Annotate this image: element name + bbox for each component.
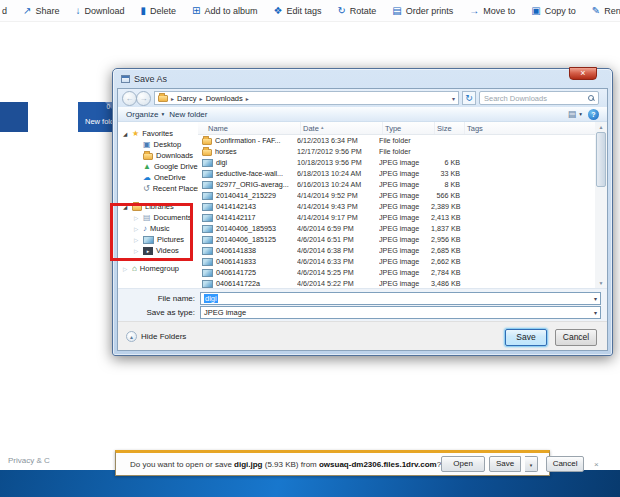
column-header-date[interactable]: Date▴ xyxy=(301,122,383,134)
sidebar-item-onedrive[interactable]: ☁OneDrive xyxy=(118,172,198,183)
toolbar-add-to-album-button[interactable]: ⊞Add to album xyxy=(192,6,257,16)
cancel-button[interactable]: Cancel xyxy=(555,329,597,346)
list-scroll-thumb[interactable] xyxy=(596,132,606,187)
views-button[interactable]: ▤ ▾ xyxy=(568,109,582,119)
file-row-0414142117[interactable]: 04141421174/14/2014 9:17 PMJPEG image2,4… xyxy=(198,212,595,223)
column-header-tags[interactable]: Tags xyxy=(465,122,607,134)
expander-icon[interactable]: ▷ xyxy=(134,248,140,254)
file-name-cell: seductive-face-wall... xyxy=(202,169,297,178)
organize-button[interactable]: Organize ▾ xyxy=(126,110,164,119)
sidebar-group-libraries[interactable]: ◢Libraries xyxy=(118,201,198,212)
scroll-up-icon[interactable]: ▲ xyxy=(595,122,607,132)
column-header-name[interactable]: Name xyxy=(206,122,301,134)
toolbar-rotate-button[interactable]: ↻Rotate xyxy=(337,6,376,16)
file-date-cell: 12/17/2012 9:56 PM xyxy=(297,147,379,156)
file-row-confirmation-faf[interactable]: Confirmation - FAF...6/12/2013 6:34 PMFi… xyxy=(198,135,595,146)
toolbar-download-label: Download xyxy=(84,6,124,16)
file-row-20140406-185125[interactable]: 20140406_1851254/6/2014 6:51 PMJPEG imag… xyxy=(198,234,595,245)
sidebar-group-favorites[interactable]: ◢★Favorites xyxy=(118,128,198,139)
file-row-0406141722a[interactable]: 0406141722a4/6/2014 5:22 PMJPEG image3,4… xyxy=(198,278,595,288)
file-row-digi[interactable]: digi10/18/2013 9:56 PMJPEG image6 KB xyxy=(198,157,595,168)
breadcrumb-separator: ▸ xyxy=(171,95,174,102)
sidebar-item-desktop[interactable]: ▣Desktop xyxy=(118,139,198,150)
back-button[interactable]: ← xyxy=(122,91,137,106)
file-row-0414142143[interactable]: 04141421434/14/2014 9:43 PMJPEG image2,3… xyxy=(198,201,595,212)
toolbar-order-prints-button[interactable]: ▤Order prints xyxy=(392,6,453,16)
nav-group-favorites: ◢★Favorites▣DesktopDownloads▲Google Driv… xyxy=(118,128,198,194)
address-dropdown-icon[interactable]: ▾ xyxy=(452,95,455,102)
expander-icon[interactable]: ▷ xyxy=(134,215,140,221)
file-row-0406141725[interactable]: 04061417254/6/2014 5:25 PMJPEG image2,78… xyxy=(198,267,595,278)
sidebar-item-downloads[interactable]: Downloads xyxy=(118,150,198,161)
file-row-seductive-face-wall[interactable]: seductive-face-wall...6/18/2013 10:24 AM… xyxy=(198,168,595,179)
file-row-0406141833[interactable]: 04061418334/6/2014 6:33 PMJPEG image2,66… xyxy=(198,256,595,267)
file-name-input[interactable]: digi ▾ xyxy=(200,292,601,305)
toolbar-copy-to-button[interactable]: ▣Copy to xyxy=(531,6,575,16)
column-header-type[interactable]: Type xyxy=(383,122,435,134)
file-size-cell: 1,837 KB xyxy=(431,224,461,233)
forward-button[interactable]: → xyxy=(136,91,151,106)
save-as-type-select[interactable]: JPEG image ▾ xyxy=(200,306,601,319)
dialog-titlebar[interactable]: Save As xyxy=(121,71,604,86)
chevron-down-icon[interactable]: ▾ xyxy=(594,295,597,302)
scroll-down-icon[interactable]: ▼ xyxy=(595,278,607,288)
album-tile-new-folder[interactable]: 0 New folder xyxy=(78,102,112,132)
breadcrumb-segment-darcy[interactable]: Darcy xyxy=(177,94,197,103)
new-folder-label: New folder xyxy=(169,110,207,119)
sidebar-item-recent-places[interactable]: ↺Recent Places xyxy=(118,183,198,194)
footer-privacy-link[interactable]: Privacy & C xyxy=(8,456,50,465)
search-input[interactable]: Search Downloads xyxy=(479,91,599,105)
file-row-0406141838[interactable]: 04061418384/6/2014 6:38 PMJPEG image2,68… xyxy=(198,245,595,256)
album-tile-partial[interactable] xyxy=(0,102,28,132)
toolbar-rename-button[interactable]: ✎Rename xyxy=(592,6,620,16)
column-header-label: Tags xyxy=(467,124,483,133)
save-button[interactable]: Save xyxy=(505,329,547,346)
sidebar-item-documents[interactable]: ▷▤Documents xyxy=(118,212,198,223)
file-name-text: 92977_ORIG-averag... xyxy=(216,180,289,189)
sidebar-item-pictures[interactable]: ▷Pictures xyxy=(118,234,198,245)
toolbar-edit-tags-button[interactable]: ❖Edit tags xyxy=(273,6,321,16)
breadcrumb[interactable]: ▸ Darcy ▸ Downloads ▸ ▾ xyxy=(154,91,459,105)
notification-host: owsuaq-dm2306.files.1drv.com xyxy=(319,460,437,469)
search-icon xyxy=(588,95,594,101)
image-file-icon xyxy=(202,159,213,167)
sidebar-item-music[interactable]: ▷♪Music xyxy=(118,223,198,234)
save-options-dropdown-icon[interactable]: ▾ xyxy=(525,456,538,472)
toolbar-move-to-button[interactable]: →Move to xyxy=(469,6,515,16)
file-row-20140414-215229[interactable]: 20140414_2152294/14/2014 9:52 PMJPEG ima… xyxy=(198,190,595,201)
file-date-cell: 6/18/2013 10:24 AM xyxy=(297,169,379,178)
help-icon[interactable]: ? xyxy=(588,109,599,120)
download-icon: ↓ xyxy=(75,6,80,16)
sidebar-group-homegroup[interactable]: ▷⌂Homegroup xyxy=(118,263,198,274)
toolbar-download-button[interactable]: ↓Download xyxy=(75,6,124,16)
notification-cancel-button[interactable]: Cancel xyxy=(546,456,584,472)
file-row-horses[interactable]: horses12/17/2012 9:56 PMFile folder xyxy=(198,146,595,157)
chevron-down-icon[interactable]: ▾ xyxy=(594,309,597,316)
column-headers: NameDate▴TypeSizeTags xyxy=(198,122,607,135)
refresh-icon[interactable]: ↻ xyxy=(462,91,476,105)
expander-icon[interactable]: ▷ xyxy=(123,266,129,272)
sidebar-item-google-drive[interactable]: ▲Google Drive xyxy=(118,161,198,172)
file-row-20140406-185953[interactable]: 20140406_1859534/6/2014 6:59 PMJPEG imag… xyxy=(198,223,595,234)
list-scrollbar[interactable]: ▲ ▼ xyxy=(595,122,607,288)
breadcrumb-segment-downloads[interactable]: Downloads xyxy=(206,94,243,103)
notification-save-button[interactable]: Save xyxy=(489,456,521,472)
close-icon[interactable]: × xyxy=(592,460,601,469)
expander-icon[interactable]: ◢ xyxy=(123,131,129,137)
expander-icon[interactable]: ◢ xyxy=(123,204,129,210)
expander-icon[interactable]: ▷ xyxy=(134,237,140,243)
new-folder-button[interactable]: New folder xyxy=(169,110,207,119)
sidebar-item-videos[interactable]: ▷▸Videos xyxy=(118,245,198,256)
close-icon[interactable]: × xyxy=(569,67,597,80)
file-row-92977-orig-averag[interactable]: 92977_ORIG-averag...6/16/2013 10:24 AMJP… xyxy=(198,179,595,190)
file-name-text: 20140414_215229 xyxy=(216,191,276,200)
hide-folders-button[interactable]: ▲ Hide Folders xyxy=(126,331,186,342)
toolbar-delete-button[interactable]: ▮Delete xyxy=(140,6,176,16)
toolbar-partial-item[interactable]: d xyxy=(2,6,7,16)
expander-icon[interactable]: ▷ xyxy=(134,226,140,232)
image-file-icon xyxy=(202,269,213,277)
toolbar-share-button[interactable]: ↗Share xyxy=(23,6,59,16)
column-header-size[interactable]: Size xyxy=(435,122,465,134)
onedrive-toolbar: d ↗Share↓Download▮Delete⊞Add to album❖Ed… xyxy=(0,0,620,22)
open-button[interactable]: Open xyxy=(441,456,485,472)
